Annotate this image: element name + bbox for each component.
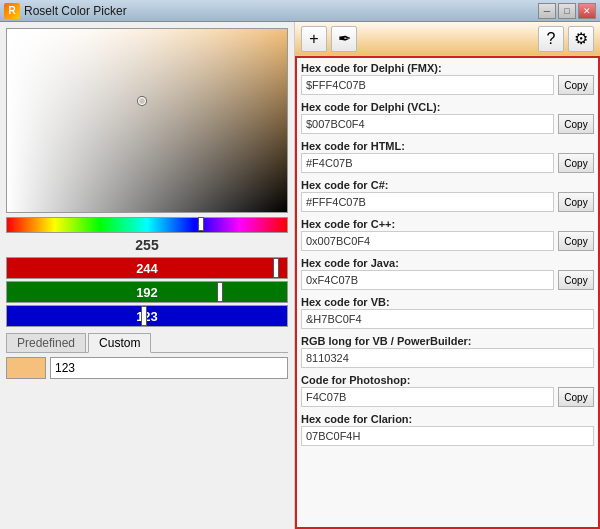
hue-value-display: 255 xyxy=(0,237,294,253)
right-panel: + ✒ ? ⚙ Hex code for Delphi (FMX):CopyHe… xyxy=(295,22,600,529)
color-preview-area xyxy=(0,353,294,383)
hex-entry-label-photoshop: Code for Photoshop: xyxy=(301,374,594,386)
hex-value-input-html[interactable] xyxy=(301,153,554,173)
copy-button-cpp[interactable]: Copy xyxy=(558,231,594,251)
tab-predefined[interactable]: Predefined xyxy=(6,333,86,352)
red-slider-thumb[interactable] xyxy=(273,258,279,278)
close-button[interactable]: ✕ xyxy=(578,3,596,19)
hex-entry-row-delphi-fmx: Copy xyxy=(301,75,594,95)
copy-button-html[interactable]: Copy xyxy=(558,153,594,173)
hex-entry-row-vb xyxy=(301,309,594,329)
hex-entry-delphi-fmx: Hex code for Delphi (FMX):Copy xyxy=(301,62,594,95)
hex-entry-label-vb: Hex code for VB: xyxy=(301,296,594,308)
hex-entry-row-photoshop: Copy xyxy=(301,387,594,407)
help-button[interactable]: ? xyxy=(538,26,564,52)
hex-value-input-csharp[interactable] xyxy=(301,192,554,212)
hex-entry-photoshop: Code for Photoshop:Copy xyxy=(301,374,594,407)
settings-icon: ⚙ xyxy=(574,29,588,48)
hex-entry-delphi-vcl: Hex code for Delphi (VCL):Copy xyxy=(301,101,594,134)
toolbar-left: + ✒ xyxy=(301,26,357,52)
hex-entry-label-delphi-fmx: Hex code for Delphi (FMX): xyxy=(301,62,594,74)
red-value: 244 xyxy=(136,261,158,276)
hue-track[interactable] xyxy=(6,217,288,233)
hex-value-input-clarion[interactable] xyxy=(301,426,594,446)
green-slider[interactable]: 192 xyxy=(6,281,288,303)
hex-value-input-cpp[interactable] xyxy=(301,231,554,251)
hex-entry-row-csharp: Copy xyxy=(301,192,594,212)
hex-entry-label-html: Hex code for HTML: xyxy=(301,140,594,152)
hex-entry-row-html: Copy xyxy=(301,153,594,173)
gradient-white xyxy=(7,29,287,212)
copy-button-delphi-vcl[interactable]: Copy xyxy=(558,114,594,134)
maximize-button[interactable]: □ xyxy=(558,3,576,19)
eyedropper-icon: ✒ xyxy=(338,29,351,48)
hex-value-input-vb[interactable] xyxy=(301,309,594,329)
color-preview-box xyxy=(6,357,46,379)
hex-codes-panel: Hex code for Delphi (FMX):CopyHex code f… xyxy=(295,56,600,529)
add-button[interactable]: + xyxy=(301,26,327,52)
toolbar-right: ? ⚙ xyxy=(538,26,594,52)
copy-button-delphi-fmx[interactable]: Copy xyxy=(558,75,594,95)
hue-slider-container xyxy=(6,217,288,233)
window-controls: ─ □ ✕ xyxy=(538,3,596,19)
hex-entry-row-java: Copy xyxy=(301,270,594,290)
blue-slider-thumb[interactable] xyxy=(141,306,147,326)
eyedropper-button[interactable]: ✒ xyxy=(331,26,357,52)
hex-entry-vb: Hex code for VB: xyxy=(301,296,594,329)
green-slider-thumb[interactable] xyxy=(217,282,223,302)
copy-button-java[interactable]: Copy xyxy=(558,270,594,290)
add-icon: + xyxy=(309,30,318,48)
copy-button-photoshop[interactable]: Copy xyxy=(558,387,594,407)
rgb-sliders: 244 192 123 xyxy=(6,257,288,327)
hex-entry-row-vb-powerbuilder xyxy=(301,348,594,368)
blue-slider[interactable]: 123 xyxy=(6,305,288,327)
hex-preview-input[interactable] xyxy=(50,357,288,379)
hex-entry-vb-powerbuilder: RGB long for VB / PowerBuilder: xyxy=(301,335,594,368)
title-bar: R Roselt Color Picker ─ □ ✕ xyxy=(0,0,600,22)
hex-entry-html: Hex code for HTML:Copy xyxy=(301,140,594,173)
red-slider[interactable]: 244 xyxy=(6,257,288,279)
hex-entry-label-csharp: Hex code for C#: xyxy=(301,179,594,191)
hex-entry-label-cpp: Hex code for C++: xyxy=(301,218,594,230)
hue-slider-thumb[interactable] xyxy=(198,217,204,231)
hex-value-input-delphi-vcl[interactable] xyxy=(301,114,554,134)
settings-button[interactable]: ⚙ xyxy=(568,26,594,52)
help-icon: ? xyxy=(547,30,556,48)
hex-entry-label-vb-powerbuilder: RGB long for VB / PowerBuilder: xyxy=(301,335,594,347)
minimize-button[interactable]: ─ xyxy=(538,3,556,19)
green-value: 192 xyxy=(136,285,158,300)
hex-entry-label-delphi-vcl: Hex code for Delphi (VCL): xyxy=(301,101,594,113)
hex-entry-cpp: Hex code for C++:Copy xyxy=(301,218,594,251)
hex-value-input-vb-powerbuilder[interactable] xyxy=(301,348,594,368)
hex-entry-row-delphi-vcl: Copy xyxy=(301,114,594,134)
app-icon: R xyxy=(4,3,20,19)
hex-entry-label-java: Hex code for Java: xyxy=(301,257,594,269)
hex-entry-csharp: Hex code for C#:Copy xyxy=(301,179,594,212)
hex-entry-clarion: Hex code for Clarion: xyxy=(301,413,594,446)
hex-value-input-java[interactable] xyxy=(301,270,554,290)
hex-entry-row-cpp: Copy xyxy=(301,231,594,251)
window-title: Roselt Color Picker xyxy=(24,4,538,18)
hex-value-input-photoshop[interactable] xyxy=(301,387,554,407)
hex-value-input-delphi-fmx[interactable] xyxy=(301,75,554,95)
left-panel: 255 244 192 123 xyxy=(0,22,295,529)
blue-slider-row: 123 xyxy=(6,305,288,327)
tabs-row: Predefined Custom xyxy=(6,333,288,353)
hex-entry-row-clarion xyxy=(301,426,594,446)
red-slider-row: 244 xyxy=(6,257,288,279)
tab-custom[interactable]: Custom xyxy=(88,333,151,353)
copy-button-csharp[interactable]: Copy xyxy=(558,192,594,212)
color-gradient[interactable] xyxy=(6,28,288,213)
green-slider-row: 192 xyxy=(6,281,288,303)
main-container: 255 244 192 123 xyxy=(0,22,600,529)
hex-entry-label-clarion: Hex code for Clarion: xyxy=(301,413,594,425)
hex-entry-java: Hex code for Java:Copy xyxy=(301,257,594,290)
toolbar: + ✒ ? ⚙ xyxy=(295,22,600,56)
